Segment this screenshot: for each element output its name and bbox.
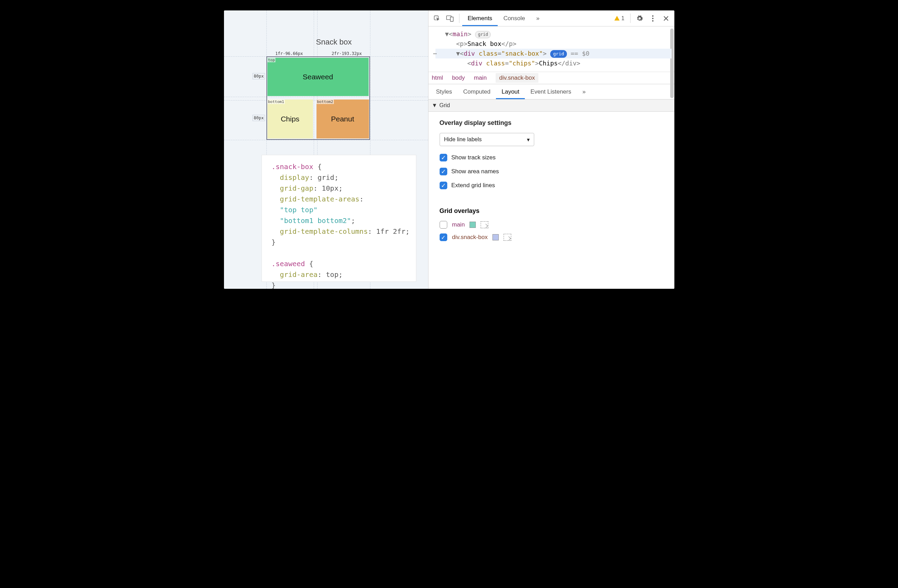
overlay-settings-title: Overlay display settings <box>440 119 663 127</box>
checkbox-icon: ✓ <box>440 182 447 189</box>
tab-elements[interactable]: Elements <box>462 11 498 26</box>
svg-point-5 <box>652 20 654 22</box>
subtab-layout[interactable]: Layout <box>496 84 525 99</box>
tab-console[interactable]: Console <box>498 11 530 26</box>
checkbox-icon[interactable]: ✓ <box>440 234 447 241</box>
area-label-top: top <box>268 58 276 62</box>
kebab-icon[interactable] <box>647 12 659 25</box>
svg-rect-2 <box>450 17 453 21</box>
styles-subtabs: Styles Computed Layout Event Listeners » <box>429 84 674 100</box>
crumb-main[interactable]: main <box>474 74 487 82</box>
check-area-names[interactable]: ✓ Show area names <box>440 168 663 175</box>
highlight-icon[interactable] <box>481 221 488 228</box>
page-preview: Snack box 1fr·96.66px 2fr·193.32px 80px … <box>224 11 429 289</box>
device-toggle-icon[interactable] <box>444 12 456 25</box>
overlay-row-snackbox[interactable]: ✓ div.snack-box <box>440 234 663 241</box>
grid-area-bottom1: bottom1 Chips <box>268 100 313 139</box>
chevron-down-icon: ▾ <box>527 136 530 143</box>
check-track-sizes[interactable]: ✓ Show track sizes <box>440 154 663 162</box>
inspect-icon[interactable] <box>431 12 443 25</box>
line-labels-select[interactable]: Hide line labels ▾ <box>440 133 534 146</box>
devtools-toolbar: Elements Console » 1 <box>429 11 674 26</box>
page-title: Snack box <box>316 38 352 47</box>
subtab-styles[interactable]: Styles <box>431 84 458 99</box>
dom-tree[interactable]: ▼<main> grid <p>Snack box</p> ⋯▼<div cla… <box>429 26 674 72</box>
grid-overlays-title: Grid overlays <box>440 207 663 215</box>
crumb-html[interactable]: html <box>432 74 443 82</box>
highlight-icon[interactable] <box>504 234 511 241</box>
svg-point-4 <box>652 18 654 19</box>
crumb-snackbox[interactable]: div.snack-box <box>496 73 538 83</box>
col-label-1: 1fr·96.66px <box>275 51 303 56</box>
area-label-bottom2: bottom2 <box>317 100 334 104</box>
grid-area-bottom2: bottom2 Peanut <box>317 100 369 139</box>
crumb-body[interactable]: body <box>452 74 465 82</box>
row-label-2: 80px <box>252 115 265 121</box>
settings-icon[interactable] <box>634 12 646 25</box>
color-swatch[interactable] <box>469 222 476 228</box>
check-extend-lines[interactable]: ✓ Extend grid lines <box>440 182 663 189</box>
col-label-2: 2fr·193.32px <box>332 51 362 56</box>
svg-point-3 <box>652 15 654 17</box>
grid-area-top: top Seaweed <box>268 58 369 96</box>
color-swatch[interactable] <box>492 234 499 240</box>
breadcrumb: html body main div.snack-box <box>429 72 674 84</box>
subtab-computed[interactable]: Computed <box>458 84 496 99</box>
checkbox-icon: ✓ <box>440 168 447 175</box>
close-icon[interactable] <box>660 12 672 25</box>
tab-more[interactable]: » <box>531 11 545 26</box>
area-label-bottom1: bottom1 <box>268 100 285 104</box>
overlay-row-main[interactable]: main <box>440 221 663 229</box>
warnings-badge[interactable]: 1 <box>611 15 627 22</box>
css-source: .snack-box { display: grid; grid-gap: 10… <box>261 155 416 282</box>
grid-section-header[interactable]: ▼ Grid <box>429 100 674 112</box>
checkbox-icon[interactable] <box>440 221 447 229</box>
disclosure-triangle-icon: ▼ <box>432 102 438 109</box>
devtools-panel: Elements Console » 1 ▼<main> grid < <box>429 11 674 289</box>
selected-dom-node[interactable]: ⋯▼<div class="snack-box"> grid == $0 <box>435 49 672 58</box>
checkbox-icon: ✓ <box>440 154 447 162</box>
subtab-more[interactable]: » <box>577 84 591 99</box>
row-label-1: 80px <box>252 73 265 79</box>
subtab-events[interactable]: Event Listeners <box>525 84 577 99</box>
